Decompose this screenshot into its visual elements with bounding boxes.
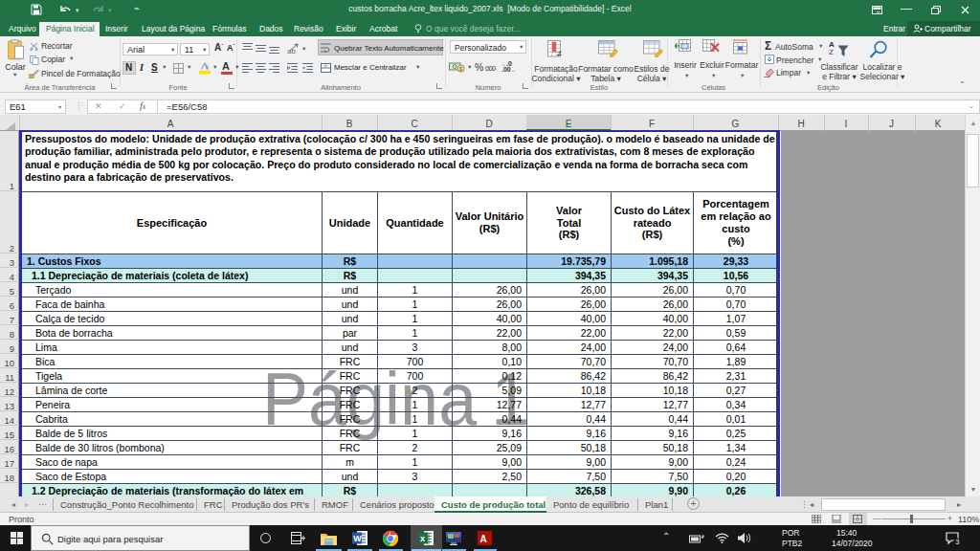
svg-text:x: x	[420, 534, 425, 543]
svg-text:≠: ≠	[557, 49, 562, 57]
svg-text:A: A	[479, 534, 486, 544]
svg-text:$: $	[459, 66, 462, 72]
svg-text:W: W	[353, 534, 362, 543]
svg-text:3: 3	[956, 539, 960, 545]
svg-text:ab: ab	[287, 47, 296, 55]
